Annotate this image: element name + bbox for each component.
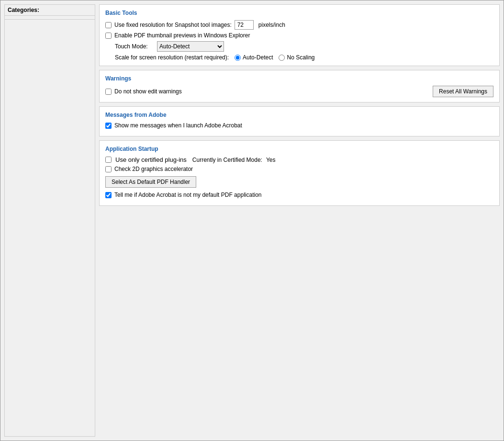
- warnings-label: Do not show edit warnings: [114, 88, 182, 95]
- default-handler-button[interactable]: Select As Default PDF Handler: [105, 176, 196, 188]
- default-handler-row: Select As Default PDF Handler: [105, 176, 493, 188]
- graphics-accelerator-label: Check 2D graphics accelerator: [114, 166, 193, 172]
- snapshot-spinner: [235, 20, 254, 30]
- snapshot-tool-label: Use fixed resolution for Snapshot tool i…: [114, 22, 232, 28]
- graphics-accelerator-checkbox[interactable]: [105, 166, 112, 172]
- pdf-thumbnails-label: Enable PDF thumbnail previews in Windows…: [114, 32, 250, 39]
- warnings-checkbox[interactable]: [105, 89, 112, 95]
- touch-mode-row: Touch Mode: Auto-Detect Touch Mouse: [115, 41, 493, 52]
- graphics-accelerator-row: Check 2D graphics accelerator: [105, 166, 493, 172]
- pdf-thumbnails-row: Enable PDF thumbnail previews in Windows…: [105, 32, 493, 39]
- scale-none-option: No Scaling: [279, 54, 314, 61]
- basic-tools-title: Basic Tools: [105, 10, 493, 16]
- sidebar-top-section: [5, 16, 95, 18]
- sidebar-header: Categories:: [5, 5, 95, 16]
- scale-auto-option: Auto-Detect: [235, 54, 273, 61]
- main-content: Basic Tools Use fixed resolution for Sna…: [99, 4, 500, 437]
- certified-plugins-label: Use only certified plug-ins: [115, 156, 187, 163]
- scale-auto-label: Auto-Detect: [243, 54, 273, 61]
- messages-checkbox[interactable]: [105, 123, 112, 129]
- scale-auto-radio[interactable]: [235, 55, 241, 61]
- snapshot-tool-row: Use fixed resolution for Snapshot tool i…: [105, 20, 493, 30]
- snapshot-unit: pixels/inch: [258, 22, 285, 28]
- scale-radio-group: Auto-Detect No Scaling: [235, 54, 314, 61]
- app-startup-section: Application Startup Use only certified p…: [99, 140, 500, 206]
- warnings-row: Do not show edit warnings Reset All Warn…: [105, 86, 493, 97]
- default-app-row: Tell me if Adobe Acrobat is not my defau…: [105, 192, 493, 198]
- certified-plugins-checkbox[interactable]: [105, 157, 112, 163]
- sidebar-divider: [5, 19, 95, 20]
- default-app-checkbox[interactable]: [105, 192, 112, 198]
- touch-mode-select[interactable]: Auto-Detect Touch Mouse: [157, 41, 224, 52]
- sidebar: Categories:: [4, 4, 95, 437]
- warnings-title: Warnings: [105, 75, 493, 82]
- messages-section: Messages from Adobe Show me messages whe…: [99, 106, 500, 136]
- sidebar-bottom-section: [5, 21, 95, 23]
- touch-mode-label: Touch Mode:: [115, 43, 153, 50]
- messages-checkbox-row: Show me messages when I launch Adobe Acr…: [105, 122, 493, 129]
- certified-mode-label: Currently in Certified Mode:: [192, 157, 262, 163]
- default-app-label: Tell me if Adobe Acrobat is not my defau…: [114, 192, 262, 198]
- warnings-checkbox-row: Do not show edit warnings: [105, 88, 182, 95]
- certified-plugins-row: Use only certified plug-ins Currently in…: [105, 156, 493, 163]
- messages-label: Show me messages when I launch Adobe Acr…: [114, 122, 242, 129]
- reset-warnings-button[interactable]: Reset All Warnings: [433, 86, 493, 97]
- pdf-thumbnails-checkbox[interactable]: [105, 33, 112, 39]
- scale-label: Scale for screen resolution (restart req…: [115, 54, 229, 61]
- warnings-section: Warnings Do not show edit warnings Reset…: [99, 70, 500, 102]
- scale-none-label: No Scaling: [287, 54, 314, 61]
- basic-tools-section: Basic Tools Use fixed resolution for Sna…: [99, 4, 500, 66]
- scale-none-radio[interactable]: [279, 55, 285, 61]
- scale-row: Scale for screen resolution (restart req…: [115, 54, 493, 61]
- snapshot-tool-checkbox[interactable]: [105, 22, 112, 28]
- certified-mode-value: Yes: [266, 157, 276, 163]
- messages-title: Messages from Adobe: [105, 112, 493, 118]
- snapshot-value-input[interactable]: [235, 20, 254, 30]
- preferences-dialog: Categories: Basic Tools Use fixed resolu…: [0, 0, 504, 441]
- app-startup-title: Application Startup: [105, 146, 493, 152]
